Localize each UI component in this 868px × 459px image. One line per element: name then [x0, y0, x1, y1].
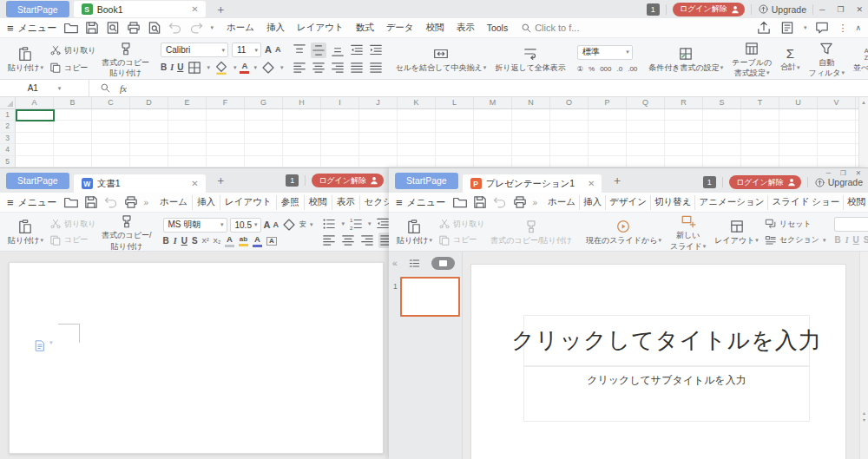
format-painter-button[interactable]: 書式のコピー貼り付け: [97, 41, 154, 77]
logout-button[interactable]: ログイン解除: [673, 3, 745, 16]
thumbnail-view-toggle[interactable]: [431, 257, 455, 270]
comment-icon[interactable]: [814, 20, 830, 36]
paste-button[interactable]: 貼り付け▾: [3, 41, 48, 77]
font-name-select[interactable]: ▾: [834, 217, 868, 232]
increase-decimal-icon[interactable]: .0: [617, 66, 623, 73]
cut-button[interactable]: 切り取り: [49, 44, 95, 56]
row-cells[interactable]: [16, 144, 868, 155]
decrease-font-icon[interactable]: A: [273, 221, 279, 229]
pp-tab-document[interactable]: P プレゼンテーション1 ✕: [463, 174, 602, 193]
ribbon-tab[interactable]: ホーム: [220, 21, 260, 36]
ribbon-tab[interactable]: Tools: [481, 21, 515, 36]
ribbon-tab[interactable]: 切り替え: [650, 195, 695, 210]
cell-name-box[interactable]: A1▾: [0, 80, 89, 96]
italic-button[interactable]: I: [170, 63, 174, 72]
align-left-icon[interactable]: [321, 233, 337, 248]
row-header[interactable]: 2: [0, 121, 16, 132]
underline-button[interactable]: U: [853, 236, 859, 245]
scroll-up-icon[interactable]: ▴: [862, 99, 865, 167]
superscript-button[interactable]: X²: [202, 238, 209, 245]
borders-icon[interactable]: [187, 60, 202, 75]
column-header[interactable]: F: [207, 97, 245, 108]
save-icon[interactable]: [84, 20, 100, 36]
font-name-select[interactable]: Calibri▾: [161, 43, 228, 57]
slide-layout-button[interactable]: レイアウト▾: [710, 215, 763, 249]
document-page[interactable]: ▾: [9, 262, 384, 454]
sort-button[interactable]: AZ並べ替え▾: [849, 41, 868, 77]
column-header[interactable]: C: [92, 97, 130, 108]
close-tab-icon[interactable]: ✕: [191, 4, 198, 14]
currency-format-icon[interactable]: ①: [577, 66, 583, 73]
comma-format-icon[interactable]: 000: [600, 66, 611, 73]
copy-button[interactable]: コピー: [438, 234, 484, 246]
ribbon-tab[interactable]: スライド ショー: [767, 195, 843, 210]
close-tab-icon[interactable]: ✕: [588, 179, 595, 188]
wp-document-area[interactable]: ▾: [0, 252, 389, 459]
increase-indent-icon[interactable]: [368, 43, 384, 58]
bold-button[interactable]: B: [834, 236, 840, 245]
document-count-badge[interactable]: 1: [703, 176, 716, 188]
underline-button[interactable]: U: [181, 237, 187, 246]
cut-button[interactable]: 切り取り: [49, 218, 95, 230]
column-header[interactable]: Q: [627, 97, 665, 108]
format-painter-button[interactable]: 書式のコピー/貼り付け: [97, 215, 155, 249]
char-border-button[interactable]: A: [266, 237, 277, 246]
ribbon-tab[interactable]: 表示: [450, 21, 481, 36]
subscript-button[interactable]: X₂: [214, 238, 220, 245]
column-header[interactable]: J: [359, 97, 398, 108]
close-window-button[interactable]: ✕: [856, 5, 863, 14]
redo-icon[interactable]: [188, 20, 204, 36]
underline-button[interactable]: U: [177, 63, 183, 72]
ribbon-tab[interactable]: ホーム: [544, 195, 579, 210]
restore-button[interactable]: ❐: [837, 5, 844, 14]
align-center-icon[interactable]: [311, 60, 326, 75]
open-file-icon[interactable]: [452, 194, 468, 210]
column-header[interactable]: B: [54, 97, 92, 108]
number-format-select[interactable]: 標準▾: [577, 45, 633, 60]
text-effect-button[interactable]: A: [225, 235, 234, 247]
menu-label[interactable]: メニュー: [18, 196, 57, 209]
pp-tab-startpage[interactable]: StartPage: [395, 173, 458, 189]
increase-font-icon[interactable]: A: [264, 220, 271, 230]
copy-button[interactable]: コピー: [49, 62, 95, 74]
new-slide-button[interactable]: 新しいスライド▾: [666, 215, 710, 249]
increase-font-icon[interactable]: A: [265, 45, 272, 55]
justify-icon[interactable]: [349, 60, 365, 75]
ribbon-tab[interactable]: 挿入: [192, 195, 220, 210]
column-header[interactable]: L: [436, 97, 474, 108]
font-name-select[interactable]: MS 明朝▾: [163, 218, 227, 233]
ribbon-tab[interactable]: レイアウト: [220, 195, 276, 210]
column-header[interactable]: K: [398, 97, 436, 108]
sheet-grid[interactable]: 1 2 3 4 5: [0, 109, 868, 167]
strike-button[interactable]: S: [864, 236, 868, 245]
autofilter-button[interactable]: 自動フィルタ▾: [805, 41, 849, 77]
format-painter-button[interactable]: 書式のコピー/貼り付け: [486, 215, 576, 249]
print-icon[interactable]: [126, 20, 141, 36]
percent-format-icon[interactable]: %: [589, 66, 595, 73]
decrease-decimal-icon[interactable]: .00: [628, 66, 637, 73]
find-in-document-icon[interactable]: [147, 20, 162, 36]
column-header[interactable]: E: [168, 97, 207, 108]
row-header[interactable]: 1: [0, 109, 16, 121]
decrease-indent-icon[interactable]: [375, 216, 391, 232]
paste-button[interactable]: 貼り付け▾: [3, 215, 48, 249]
column-header[interactable]: O: [550, 97, 589, 108]
copy-button[interactable]: コピー: [49, 234, 95, 246]
menu-label[interactable]: メニュー: [407, 196, 446, 209]
font-color-button[interactable]: A: [240, 62, 249, 74]
logout-button[interactable]: ログイン解除: [729, 175, 801, 189]
subtitle-placeholder[interactable]: クリックしてサブタイトルを入力: [523, 366, 810, 422]
insert-function-button[interactable]: fx: [120, 83, 127, 94]
decrease-indent-icon[interactable]: [349, 43, 365, 58]
font-size-select[interactable]: 10.5▾: [230, 218, 261, 233]
et-vertical-scrollbar[interactable]: ▴: [858, 97, 868, 167]
wp-tab-document[interactable]: W 文書1 ✕: [74, 174, 206, 193]
et-tab-document[interactable]: S Book1 ✕: [74, 1, 206, 17]
align-right-icon[interactable]: [359, 233, 375, 248]
notes-icon[interactable]: [779, 20, 795, 36]
column-header[interactable]: A: [16, 97, 54, 108]
paste-button[interactable]: 貼り付け▾: [392, 215, 437, 249]
phonetic-guide-icon[interactable]: 安: [299, 221, 306, 228]
row-cells[interactable]: [16, 121, 868, 132]
document-count-badge[interactable]: 1: [286, 174, 299, 187]
